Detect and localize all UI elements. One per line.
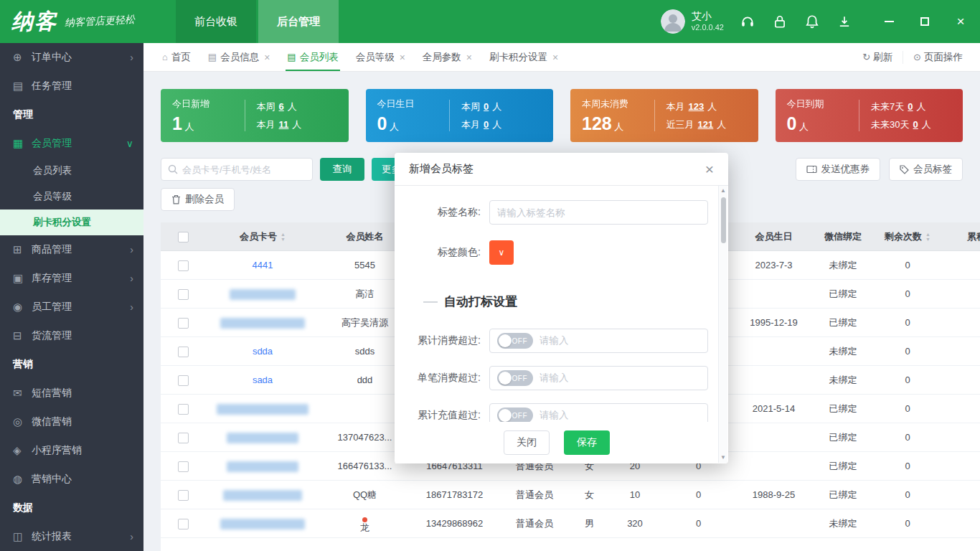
close-icon[interactable]: × [705, 161, 714, 176]
close-window-button[interactable]: × [951, 12, 970, 31]
cell-accum [941, 452, 980, 481]
tab-member-info[interactable]: ▤会员信息× [199, 43, 278, 71]
sidebar-item-member-management[interactable]: ▦会员管理∨ [0, 129, 143, 158]
sort-icon[interactable]: ▲▼ [925, 232, 930, 242]
sort-icon[interactable]: ▲▼ [281, 232, 286, 242]
cell-card [205, 395, 320, 423]
topbar: 纳客 纳客管店更轻松 前台收银后台管理 艾小 v2.0.0.42 [0, 0, 980, 43]
sidebar-item-staff-management[interactable]: ◉员工管理› [0, 293, 143, 321]
scroll-down-arrow[interactable]: ▼ [720, 453, 726, 463]
topbar-tab-front-cashier[interactable]: 前台收银 [176, 0, 256, 43]
stat-subrow-value[interactable]: 0 [484, 101, 489, 112]
cell-balance: 0 [661, 481, 736, 509]
sort-desc-icon: ▼ [925, 237, 930, 242]
tab-member-list[interactable]: ▤会员列表 [278, 43, 347, 71]
stat-subrow-value[interactable]: 0 [484, 119, 489, 130]
toolbar-right-buttons: 发送优惠券 会员标签 [796, 158, 963, 181]
avatar[interactable] [661, 9, 685, 34]
member-list-icon: ▤ [287, 52, 296, 62]
stat-subrow-unit: 人 [922, 118, 931, 131]
row-checkbox[interactable] [178, 490, 189, 501]
tab-card-points-settings[interactable]: 刷卡积分设置× [481, 43, 567, 71]
sidebar-item-wechat-marketing[interactable]: ◎微信营销 [0, 408, 143, 436]
sidebar-item-order-center[interactable]: ⊕订单中心› [0, 43, 143, 72]
auto-field-input[interactable]: OFF请输入 [489, 366, 708, 390]
sidebar-item-inventory-management[interactable]: ▣库存管理› [0, 264, 143, 293]
tab-member-level[interactable]: 会员等级× [347, 43, 414, 71]
row-checkbox[interactable] [178, 347, 189, 357]
sidebar-item-sms-marketing[interactable]: ✉短信营销 [0, 379, 143, 408]
close-icon[interactable]: × [400, 52, 405, 63]
scroll-up-arrow[interactable]: ▲ [720, 186, 726, 196]
search-button[interactable]: 查询 [320, 158, 364, 181]
row-checkbox[interactable] [178, 289, 189, 300]
row-checkbox[interactable] [178, 404, 189, 415]
sidebar-item-logistics-management[interactable]: ⊟货流管理 [0, 321, 143, 350]
stat-subrow-value[interactable]: 0 [908, 101, 913, 112]
sidebar-item-product-management[interactable]: ⊞商品管理› [0, 235, 143, 264]
sidebar-subitem-member-level[interactable]: 会员等级 [0, 184, 143, 209]
close-icon[interactable]: × [264, 52, 270, 63]
support-icon[interactable] [739, 13, 756, 30]
column-header-remaining[interactable]: 剩余次数▲▼ [875, 222, 941, 251]
row-checkbox[interactable] [178, 375, 189, 386]
tab-label: 全局参数 [423, 51, 461, 64]
auto-field-input[interactable]: OFF请输入 [489, 329, 708, 353]
stat-subrow-value[interactable]: 121 [698, 119, 714, 130]
wechat-icon: ◎ [13, 415, 32, 428]
member-card-link[interactable]: 4441 [253, 260, 273, 270]
toggle-switch[interactable]: OFF [497, 370, 533, 386]
row-checkbox[interactable] [178, 461, 189, 472]
stat-subrow-value[interactable]: 11 [279, 119, 289, 130]
dialog-close-button[interactable]: 关闭 [504, 430, 550, 455]
tab-label: 会员信息 [220, 51, 259, 64]
close-icon[interactable]: × [466, 52, 472, 63]
toggle-switch[interactable]: OFF [497, 408, 533, 423]
toggle-switch[interactable]: OFF [497, 333, 533, 349]
member-card-link[interactable]: sdda [253, 346, 273, 357]
row-checkbox[interactable] [178, 260, 189, 271]
refresh-button[interactable]: ↻ 刷新 [852, 51, 903, 64]
download-icon[interactable] [836, 13, 853, 30]
member-card-link[interactable]: sada [253, 375, 273, 385]
send-coupon-button[interactable]: 发送优惠券 [796, 158, 881, 181]
select-all-checkbox[interactable] [178, 232, 189, 242]
sidebar-subitem-member-list[interactable]: 会员列表 [0, 158, 143, 184]
cell-card [205, 509, 320, 538]
maximize-icon [920, 17, 929, 26]
delete-member-button[interactable]: 删除会员 [161, 188, 235, 211]
column-header-card[interactable]: 会员卡号▲▼ [205, 222, 320, 251]
tab-home[interactable]: ⌂首页 [154, 43, 199, 71]
maximize-button[interactable] [915, 12, 934, 31]
topbar-tab-backend-admin[interactable]: 后台管理 [258, 0, 339, 43]
tag-color-picker[interactable]: ∨ [489, 240, 514, 265]
stat-subrow-value[interactable]: 123 [689, 101, 705, 112]
row-checkbox[interactable] [178, 433, 189, 443]
cell-accum [941, 366, 980, 395]
sidebar-item-statistics-report[interactable]: ◫统计报表› [0, 522, 143, 551]
stat-subrow-value[interactable]: 6 [279, 101, 284, 112]
close-icon[interactable]: × [552, 52, 558, 63]
scroll-thumb[interactable] [721, 197, 726, 243]
save-button[interactable]: 保存 [564, 430, 610, 455]
dialog-scrollbar[interactable]: ▲ ▼ [718, 186, 727, 463]
stat-subrow-value[interactable]: 0 [913, 119, 918, 130]
lock-icon[interactable] [771, 13, 788, 30]
sidebar-item-marketing-center[interactable]: ◍营销中心 [0, 465, 143, 494]
sidebar-subitem-card-points-settings[interactable]: 刷卡积分设置 [0, 209, 143, 235]
sidebar-item-task-management[interactable]: ▤任务管理 [0, 72, 143, 100]
minimize-button[interactable] [880, 12, 898, 31]
logo-slogan: 纳客管店更轻松 [65, 13, 136, 29]
row-checkbox[interactable] [178, 519, 189, 529]
member-tag-button[interactable]: 会员标签 [889, 158, 963, 181]
bell-icon[interactable] [804, 13, 821, 30]
page-operations-button[interactable]: ⊙ 页面操作 [903, 51, 973, 64]
input-placeholder: 请输入 [540, 409, 569, 422]
member-search-input[interactable] [182, 164, 306, 175]
tag-name-input[interactable] [489, 200, 708, 225]
cell-points: 320 [609, 509, 661, 538]
sidebar-item-miniprogram-marketing[interactable]: ◈小程序营销 [0, 436, 143, 465]
tab-global-params[interactable]: 全局参数× [414, 43, 481, 71]
row-checkbox[interactable] [178, 318, 189, 329]
user-info[interactable]: 艾小 v2.0.0.42 [692, 10, 724, 32]
